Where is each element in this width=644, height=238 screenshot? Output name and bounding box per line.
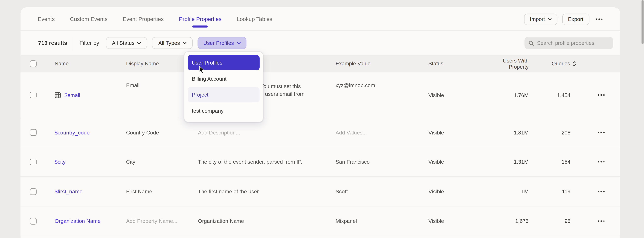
import-button-label: Import (530, 16, 545, 22)
description-cell[interactable]: Add Description... (198, 128, 240, 136)
chevron-down-icon (548, 18, 552, 20)
column-header-users-with-property: Users With Property (482, 55, 529, 72)
page: Events Custom Events Event Properties Pr… (0, 0, 644, 238)
tab-lookup-tables[interactable]: Lookup Tables (236, 8, 272, 31)
example-value-cell[interactable]: Scott (336, 177, 428, 206)
dropdown-item-user-profiles[interactable]: User Profiles (188, 55, 260, 70)
queries-cell: 95 (529, 206, 576, 236)
search-box[interactable] (524, 37, 613, 49)
entity-filter-label: User Profiles (203, 40, 234, 46)
row-checkbox[interactable] (30, 92, 36, 98)
tabs: Events Custom Events Event Properties Pr… (38, 8, 272, 31)
divider (72, 37, 73, 50)
users-with-property-cell: 1.81M (482, 118, 529, 147)
entity-filter-button[interactable]: User Profiles (198, 37, 246, 49)
row-checkbox[interactable] (30, 218, 36, 224)
export-button-label: Export (568, 16, 584, 22)
example-value-cell[interactable]: San Francisco (336, 147, 428, 176)
column-header-status: Status (428, 55, 482, 72)
property-name-link[interactable]: $first_name (55, 188, 82, 194)
property-name-link[interactable]: Organization Name (55, 218, 101, 224)
queries-cell: 119 (529, 177, 576, 206)
chevron-down-icon (237, 42, 241, 44)
display-name-cell[interactable]: City (126, 147, 198, 176)
results-count: 719 results (38, 40, 67, 46)
toolbar: Import Export (524, 8, 620, 31)
search-input[interactable] (537, 40, 609, 46)
queries-cell: 1,454 (529, 72, 576, 118)
example-value-cell[interactable]: xyz@lmnop.com (336, 72, 428, 118)
property-name-link[interactable]: $email (64, 92, 80, 98)
type-filter-label: All Types (158, 40, 180, 46)
users-with-property-cell: 1.76M (482, 72, 529, 118)
status-cell: Visible (428, 72, 482, 118)
row-actions-button[interactable] (596, 92, 606, 98)
status-filter-button[interactable]: All Status (106, 37, 147, 49)
example-value-cell[interactable]: Mixpanel (336, 206, 428, 236)
sort-icon[interactable] (572, 61, 576, 66)
vertical-scrollbar[interactable] (642, 0, 644, 44)
lookup-table-icon (55, 92, 61, 98)
import-button[interactable]: Import (524, 14, 557, 25)
description-cell[interactable]: Organization Name (198, 217, 244, 225)
row-actions-button[interactable] (596, 129, 606, 136)
column-header-name: Name (55, 55, 126, 72)
type-filter-button[interactable]: All Types (152, 37, 192, 49)
dropdown-item-project[interactable]: Project (188, 87, 260, 102)
users-with-property-cell: 1,675 (482, 206, 529, 236)
tab-custom-events[interactable]: Custom Events (70, 8, 108, 31)
property-name-link[interactable]: $city (55, 159, 66, 165)
example-value-cell[interactable]: Add Values... (336, 118, 428, 147)
column-header-queries[interactable]: Queries (529, 55, 576, 72)
status-filter-label: All Status (112, 40, 134, 46)
status-cell: Visible (428, 177, 482, 206)
table-row: $city City The city of the event sender,… (20, 147, 620, 177)
tab-event-properties[interactable]: Event Properties (123, 8, 164, 31)
status-cell: Visible (428, 206, 482, 236)
chevron-down-icon (183, 42, 186, 44)
column-header-example-value: Example Value (336, 55, 428, 72)
chevron-down-icon (138, 42, 141, 44)
more-options-button[interactable] (594, 16, 604, 22)
users-with-property-cell: 1.31M (482, 147, 529, 176)
row-checkbox[interactable] (30, 188, 36, 195)
search-icon (529, 40, 534, 46)
filter-bar: 719 results Filter by All Status All Typ… (20, 31, 620, 55)
display-name-cell[interactable]: Country Code (126, 118, 198, 147)
table-header: Name Display Name Example Value Status U… (20, 55, 620, 72)
row-checkbox[interactable] (30, 129, 36, 136)
dropdown-item-billing-account[interactable]: Billing Account (188, 71, 260, 86)
display-name-cell[interactable]: Add Property Name... (126, 206, 198, 236)
table-row: $country_code Country Code Add Descripti… (20, 118, 620, 147)
table-row: $first_name First Name The first name of… (20, 177, 620, 207)
tab-events[interactable]: Events (38, 8, 55, 31)
status-cell: Visible (428, 147, 482, 176)
row-actions-button[interactable] (596, 159, 606, 165)
display-name-cell[interactable]: First Name (126, 177, 198, 206)
row-checkbox[interactable] (30, 159, 36, 165)
description-cell[interactable]: The first name of the user. (198, 187, 260, 195)
tab-bar: Events Custom Events Event Properties Pr… (20, 8, 620, 31)
entity-dropdown-menu: User Profiles Billing Account Project te… (184, 52, 263, 122)
dropdown-item-test-company[interactable]: test company (188, 103, 260, 118)
row-actions-button[interactable] (596, 218, 606, 224)
status-cell: Visible (428, 118, 482, 147)
mouse-cursor-icon (199, 66, 205, 74)
row-actions-button[interactable] (596, 188, 606, 195)
description-cell[interactable]: The city of the event sender, parsed fro… (198, 158, 302, 166)
table-row: $email Email The user's email address. Y… (20, 72, 620, 118)
property-name-link[interactable]: $country_code (55, 129, 90, 136)
properties-panel: Events Custom Events Event Properties Pr… (20, 8, 620, 238)
tab-profile-properties[interactable]: Profile Properties (179, 8, 222, 31)
queries-cell: 154 (529, 147, 576, 176)
table-row: Organization Name Add Property Name... O… (20, 206, 620, 236)
select-all-checkbox[interactable] (30, 60, 36, 67)
export-button[interactable]: Export (562, 14, 589, 25)
users-with-property-cell: 1M (482, 177, 529, 206)
filter-by-label: Filter by (80, 40, 99, 46)
queries-cell: 208 (529, 118, 576, 147)
